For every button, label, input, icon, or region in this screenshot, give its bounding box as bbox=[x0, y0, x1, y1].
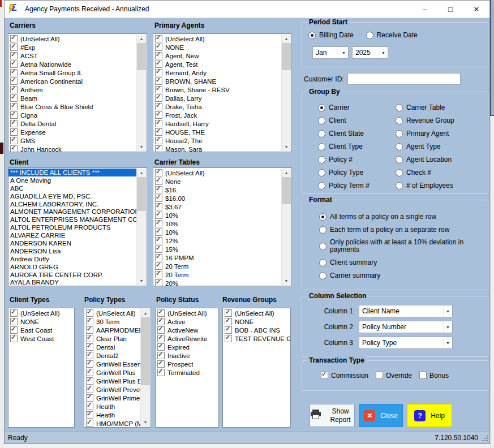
policy-status-list[interactable]: ✓(UnSelect All)✓Active✓ActiveNew✓ActiveR… bbox=[155, 308, 219, 428]
checkbox-icon[interactable]: ✓ bbox=[155, 120, 162, 127]
radio-icon[interactable] bbox=[318, 117, 325, 124]
radio-option[interactable]: Policy Term # bbox=[318, 182, 370, 189]
checklist-item[interactable]: ✓Agent, Test bbox=[153, 60, 281, 68]
radio-option[interactable]: Policy # bbox=[318, 156, 370, 163]
checklist-item[interactable]: ✓Anthem bbox=[8, 85, 136, 94]
checkbox-icon[interactable]: ✓ bbox=[10, 52, 18, 59]
checkbox-icon[interactable]: ✓ bbox=[157, 360, 165, 368]
checkbox-icon[interactable]: ✓ bbox=[155, 195, 162, 202]
scroll-down-icon[interactable]: ▼ bbox=[282, 143, 291, 151]
checklist-item[interactable]: ✓Blue Cross & Blue Shield bbox=[8, 102, 136, 111]
checkbox-icon[interactable]: ✓ bbox=[10, 103, 18, 110]
checklist-item[interactable]: ✓Dental bbox=[84, 343, 140, 351]
checklist-item[interactable]: ✓John Hancock bbox=[8, 145, 136, 152]
checkbox-icon[interactable]: ✓ bbox=[86, 352, 93, 359]
checklist-item[interactable]: ✓Dallas, Larry bbox=[153, 94, 281, 102]
checklist-item[interactable]: ✓BOB - ABC INS bbox=[223, 326, 290, 334]
checkbox-icon[interactable]: ✓ bbox=[155, 137, 162, 144]
checkbox-icon[interactable]: ✓ bbox=[10, 61, 18, 68]
checklist-item[interactable]: ✓GrinWell Prevent bbox=[84, 385, 140, 394]
carriers-list[interactable]: ✓(UnSelect All)✓#Exp✓ACST✓Aetna Nationwi… bbox=[8, 33, 147, 152]
list-item[interactable]: ALMONET MANAGEMENT CORPORATION bbox=[8, 208, 136, 216]
checkbox-icon[interactable]: ✓ bbox=[157, 309, 165, 317]
radio-icon[interactable] bbox=[396, 104, 403, 111]
checkbox-icon[interactable]: ✓ bbox=[155, 262, 162, 270]
checklist-item[interactable]: ✓10% bbox=[153, 211, 281, 219]
checklist-item[interactable]: ✓15% bbox=[153, 245, 281, 253]
scrollbar-thumb[interactable] bbox=[137, 43, 146, 70]
checkbox-icon[interactable]: ✓ bbox=[155, 245, 162, 253]
list-item[interactable]: ALCHEM LABORATORY, INC. bbox=[8, 200, 136, 208]
checkbox-icon[interactable]: ✓ bbox=[157, 369, 165, 376]
checkbox-icon[interactable]: ✓ bbox=[155, 103, 162, 110]
show-report-button[interactable]: Show Report bbox=[310, 404, 355, 427]
radio-option[interactable]: All terms of a policy on a single row bbox=[319, 213, 482, 221]
checkbox-icon[interactable]: ✓ bbox=[86, 420, 93, 427]
customer-id-input[interactable] bbox=[347, 73, 461, 85]
checkbox-icon[interactable]: ✓ bbox=[10, 137, 18, 144]
checkbox-icon[interactable]: ✓ bbox=[157, 343, 165, 351]
radio-icon[interactable] bbox=[396, 169, 403, 176]
checklist-item[interactable]: ✓Expired bbox=[156, 343, 218, 351]
checkbox-icon[interactable]: ✓ bbox=[155, 178, 162, 185]
checkbox-icon[interactable]: ✓ bbox=[155, 69, 162, 76]
radio-option[interactable]: Check # bbox=[396, 169, 454, 176]
radio-icon[interactable] bbox=[319, 213, 327, 221]
list-item[interactable]: *** INCLUDE ALL CLIENTS *** bbox=[8, 169, 136, 176]
checkbox-icon[interactable]: ✓ bbox=[155, 111, 162, 119]
checkbox-icon[interactable]: ✓ bbox=[10, 35, 18, 42]
checklist-item[interactable]: ✓GMS bbox=[8, 136, 136, 145]
checklist-item[interactable]: ✓(UnSelect All) bbox=[223, 309, 290, 317]
list-item[interactable]: ANDERSON Lisa bbox=[8, 247, 136, 255]
checklist-item[interactable]: ✓$3.67 bbox=[153, 203, 281, 211]
minimize-button[interactable]: – bbox=[411, 1, 437, 18]
radio-option[interactable]: Billing Date bbox=[308, 31, 354, 39]
checklist-item[interactable]: ✓Drake, Tisha bbox=[153, 102, 281, 111]
radio-option[interactable]: Carrier summary bbox=[319, 272, 482, 279]
radio-icon[interactable] bbox=[308, 32, 316, 39]
checkbox-icon[interactable]: ✓ bbox=[157, 326, 165, 334]
checklist-item[interactable]: ✓Agent, New bbox=[153, 51, 281, 60]
checkbox-icon[interactable]: ✓ bbox=[10, 120, 18, 127]
checkbox-icon[interactable]: ✓ bbox=[155, 254, 162, 261]
checkbox-icon[interactable]: ✓ bbox=[155, 169, 162, 176]
checkbox-icon[interactable]: ✓ bbox=[10, 318, 18, 325]
checkbox-icon[interactable]: ✓ bbox=[157, 335, 165, 342]
checkbox-option[interactable]: ✓Override bbox=[376, 372, 412, 380]
radio-icon[interactable] bbox=[318, 169, 325, 176]
checkbox-icon[interactable]: ✓ bbox=[225, 335, 232, 342]
radio-option[interactable]: Policy Type bbox=[318, 169, 370, 176]
checkbox-icon[interactable]: ✓ bbox=[86, 326, 93, 334]
checkbox-icon[interactable]: ✓ bbox=[155, 35, 162, 42]
checklist-item[interactable]: ✓Inactive bbox=[156, 351, 218, 360]
column-1-dropdown[interactable]: Client Name ▼ bbox=[359, 305, 453, 317]
checkbox-icon[interactable]: ✓ bbox=[86, 335, 93, 342]
help-button[interactable]: ? Help bbox=[407, 404, 452, 427]
checklist-item[interactable]: ✓Heatlh bbox=[84, 411, 140, 419]
radio-option[interactable]: Revenue Group bbox=[396, 117, 454, 124]
checkbox-icon[interactable]: ✓ bbox=[157, 318, 165, 325]
checklist-item[interactable]: ✓BROWN, SHANE bbox=[153, 77, 281, 85]
checklist-item[interactable]: ✓20 Term bbox=[153, 262, 281, 270]
radio-option[interactable]: Primary Agent bbox=[396, 130, 454, 137]
checklist-item[interactable]: ✓Mason, Sara bbox=[153, 145, 281, 152]
radio-option[interactable]: Client State bbox=[318, 130, 370, 137]
list-item[interactable]: AYALA BRANDY bbox=[8, 278, 136, 286]
radio-icon[interactable] bbox=[319, 226, 327, 234]
carriers-scrollbar[interactable]: ▲ ▼ bbox=[136, 35, 146, 151]
list-item[interactable]: AGUADILLA EYE MD, PSC. bbox=[8, 192, 136, 200]
radio-icon[interactable] bbox=[318, 130, 325, 137]
checklist-item[interactable]: ✓Frost, Jack bbox=[153, 111, 281, 119]
checkbox-icon[interactable]: ✓ bbox=[86, 394, 93, 402]
checklist-item[interactable]: ✓Brown, Shane - RESV bbox=[153, 85, 281, 94]
scroll-up-icon[interactable]: ▲ bbox=[137, 35, 146, 43]
checklist-item[interactable]: ✓(UnSelect All) bbox=[153, 169, 281, 177]
checklist-item[interactable]: ✓NONE bbox=[8, 317, 74, 326]
checklist-item[interactable]: ✓West Coast bbox=[8, 334, 74, 343]
checklist-item[interactable]: ✓GrinWell Plus Bas bbox=[84, 377, 140, 385]
checkbox-icon[interactable]: ✓ bbox=[10, 86, 18, 93]
checkbox-icon[interactable]: ✓ bbox=[155, 145, 162, 152]
checkbox-icon[interactable]: ✓ bbox=[86, 309, 93, 317]
list-item[interactable]: ARNOLD GREG bbox=[8, 263, 136, 271]
scroll-up-icon[interactable]: ▲ bbox=[282, 169, 291, 177]
